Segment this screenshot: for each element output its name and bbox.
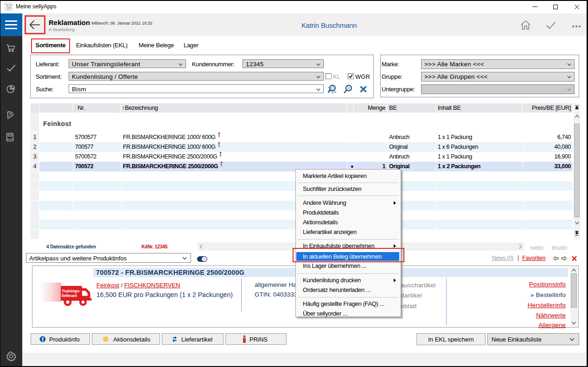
svg-text:Trainings-: Trainings- xyxy=(62,289,81,293)
svg-text:lieferant: lieferant xyxy=(62,293,77,298)
